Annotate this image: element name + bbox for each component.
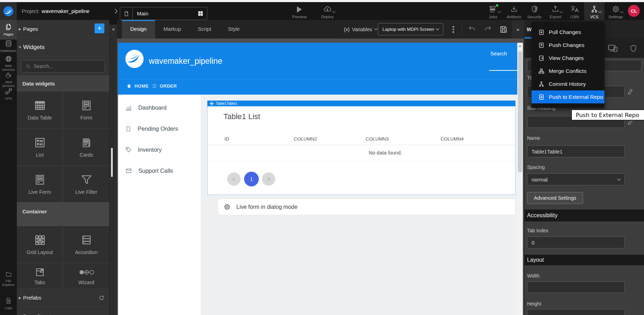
export-button[interactable]: Export xyxy=(545,5,566,19)
advanced-settings-button[interactable]: Advanced Settings xyxy=(527,192,583,204)
collapse-panel-icon[interactable]: « xyxy=(110,26,117,32)
device-selector[interactable]: Laptop with MDPI Screen xyxy=(378,23,443,35)
menu-item-view-changes[interactable]: View Changes xyxy=(532,52,604,64)
more-options-icon[interactable] xyxy=(452,25,454,34)
nav-item-home[interactable]: HOME xyxy=(126,83,149,89)
widget-card-list[interactable]: List xyxy=(17,129,63,165)
page-structure-label: Page Structure xyxy=(23,313,58,315)
menu-item-commit-history[interactable]: Commit History xyxy=(532,77,604,90)
tab-style[interactable]: Style xyxy=(220,20,248,39)
widget-card-cards[interactable]: Cards xyxy=(63,129,109,165)
widget-card-live-form[interactable]: Live Form xyxy=(17,166,63,202)
menu-item-label: Commit History xyxy=(549,81,586,87)
user-avatar[interactable]: CL xyxy=(628,5,640,17)
canvas-scrollbar[interactable] xyxy=(517,43,523,315)
widget-card-label: Cards xyxy=(79,152,93,158)
tab-design[interactable]: Design xyxy=(122,20,155,39)
menu-item-pull-changes[interactable]: Pull Changes xyxy=(532,26,604,39)
deploy-button[interactable]: Deploy xyxy=(317,5,338,19)
panel-scrollbar-thumb[interactable] xyxy=(111,148,113,177)
tab-script[interactable]: Script xyxy=(189,20,220,39)
menu-item-support-calls[interactable]: Support Calls xyxy=(118,163,201,178)
widget-card-grid-layout[interactable]: Grid Layout xyxy=(17,226,63,262)
menu-item-merge-conflicts[interactable]: Merge Conflicts xyxy=(532,64,604,77)
pagination-prev-button[interactable] xyxy=(227,172,241,186)
variables-button[interactable]: {x} Variables xyxy=(344,20,377,39)
name-input[interactable] xyxy=(527,145,625,157)
widget-card-live-filter[interactable]: Live Filter xyxy=(63,166,109,202)
table1-list-widget[interactable]: Table1 List ID COLUMN2 COLUMN3 COLUMN4 N… xyxy=(207,106,515,195)
page-structure-section-header[interactable]: ▶ Page Structure xyxy=(17,307,109,315)
nav-item-order[interactable]: ORDER xyxy=(152,83,177,89)
tab-markup[interactable]: Markup xyxy=(155,20,189,39)
pagination-next-button[interactable] xyxy=(262,172,275,186)
menu-item-pending-orders[interactable]: Pending Orders xyxy=(118,121,201,136)
selected-widget-bar[interactable]: Table1Table1 xyxy=(207,101,515,106)
menu-item-inventory[interactable]: Inventory xyxy=(118,142,201,157)
table-header-row: ID COLUMN2 COLUMN3 COLUMN4 xyxy=(208,136,515,145)
editor-tabs: Design Markup Script Style xyxy=(122,20,248,39)
selected-widget-label: Table1Table1 xyxy=(216,101,237,105)
rail-item-logs[interactable]: Logs xyxy=(0,297,17,313)
redo-button[interactable] xyxy=(484,25,492,33)
rail-item-java-services[interactable]: Java Services xyxy=(0,71,17,88)
pages-section-header[interactable]: ▶ Pages + xyxy=(17,20,109,38)
column-header[interactable]: COLUMN4 xyxy=(441,136,464,142)
add-page-button[interactable]: + xyxy=(95,23,104,33)
jobs-button[interactable]: Jobs xyxy=(483,5,503,19)
widget-card-accordion[interactable]: Accordion xyxy=(63,226,109,262)
i18n-button[interactable]: I18N xyxy=(565,5,585,19)
bind-title-link-icon[interactable] xyxy=(627,89,633,95)
rail-item-pages[interactable]: Pages xyxy=(0,20,17,40)
undo-button[interactable] xyxy=(468,25,476,33)
widget-search[interactable] xyxy=(21,60,105,73)
widget-card-form[interactable]: Form xyxy=(63,92,109,128)
settings-button[interactable]: Settings xyxy=(605,5,626,19)
page-grid-icon[interactable] xyxy=(194,11,207,16)
column-header[interactable]: COLUMN2 xyxy=(294,136,317,142)
menu-item-dashboard[interactable]: Dashboard xyxy=(118,100,201,115)
save-button[interactable] xyxy=(499,25,508,34)
refresh-prefabs-icon[interactable] xyxy=(99,295,104,301)
rail-item-databases[interactable]: Databases xyxy=(0,40,17,55)
menu-item-push-to-external-repo[interactable]: Push to External Repo xyxy=(532,90,604,103)
shield-outline-icon[interactable] xyxy=(630,44,637,53)
widgets-section-header[interactable]: ▼ Widgets xyxy=(17,38,109,56)
widget-card-wizard[interactable]: Wizard xyxy=(63,263,109,288)
artifacts-button[interactable]: Artifacts xyxy=(504,5,524,19)
spacing-select[interactable]: normal xyxy=(527,173,625,185)
i18n-label: I18N xyxy=(570,15,579,19)
column-header[interactable]: ID xyxy=(224,136,229,142)
wavemaker-logo[interactable] xyxy=(0,2,17,20)
scrollbar-up-arrow[interactable] xyxy=(519,45,521,47)
spacing-value: normal xyxy=(532,177,548,183)
jobs-label: Jobs xyxy=(489,15,497,19)
move-handle-icon[interactable] xyxy=(210,102,214,105)
vcs-button[interactable]: VCS xyxy=(584,5,604,19)
devices-preview-icon[interactable] xyxy=(608,44,618,53)
menu-item-push-changes[interactable]: Push Changes xyxy=(532,39,604,52)
preview-button[interactable]: Preview xyxy=(289,5,310,19)
column-header[interactable]: COLUMN3 xyxy=(366,136,389,142)
expand-right-panel-icon[interactable]: » xyxy=(512,20,524,39)
pull-changes-icon xyxy=(539,29,544,35)
pagination-page-button[interactable]: 1 xyxy=(244,172,259,186)
width-input[interactable] xyxy=(527,281,625,293)
accessibility-section-header[interactable]: Accessibility xyxy=(525,210,644,221)
rail-item-web-services[interactable]: Web Services xyxy=(0,55,17,71)
rail-item-apis[interactable]: APIs xyxy=(0,88,17,102)
widget-card-tabs[interactable]: Tabs xyxy=(17,263,63,288)
open-page-tab[interactable]: Main xyxy=(120,7,207,20)
prefabs-section-header[interactable]: ▶ Prefabs xyxy=(17,288,109,307)
app-search-link[interactable]: Search xyxy=(490,50,507,56)
layout-section-header[interactable]: Layout xyxy=(525,255,644,265)
canvas-scrollbar-thumb[interactable] xyxy=(518,51,522,172)
widget-card-data-table[interactable]: Data Table xyxy=(17,92,63,128)
tabindex-input[interactable] xyxy=(527,237,625,248)
app-title: wavemaker_pipeline xyxy=(149,43,222,79)
height-input[interactable] xyxy=(527,309,625,315)
widget-search-input[interactable] xyxy=(34,63,101,69)
rail-item-file-explorer[interactable]: File Explorer xyxy=(0,271,17,287)
security-button[interactable]: Security xyxy=(524,5,545,19)
live-form-dialog-widget[interactable]: Live form in dialog mode xyxy=(218,199,515,215)
